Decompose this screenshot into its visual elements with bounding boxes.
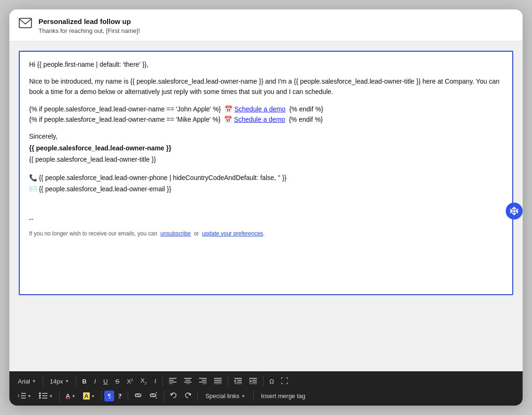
- move-handle[interactable]: [506, 203, 523, 219]
- schedule-demo-link-2[interactable]: Schedule a demo: [234, 116, 285, 123]
- sep11: [253, 391, 254, 402]
- condition1-before: {% if people.salesforce_lead.lead-owner-…: [29, 105, 221, 113]
- sep2: [76, 376, 76, 387]
- phone-icon: 📞: [29, 174, 37, 181]
- title-line: {{ people.salesforce_lead.lead-owner-tit…: [29, 154, 503, 164]
- sep7: [101, 391, 101, 402]
- link-icon: [134, 392, 142, 400]
- unordered-list-chevron: ▼: [49, 394, 53, 399]
- font-size-dropdown[interactable]: 14px ▼: [46, 376, 73, 387]
- redo-button[interactable]: [181, 390, 194, 402]
- indent-decrease-button[interactable]: [231, 376, 245, 387]
- indent-increase-icon: [249, 377, 257, 385]
- condition1-line: {% if people.salesforce_lead.lead-owner-…: [29, 104, 503, 114]
- special-links-label: Special links: [205, 392, 239, 399]
- subscript-button[interactable]: X2: [137, 375, 150, 387]
- fullscreen-button[interactable]: [278, 376, 291, 387]
- omega-button[interactable]: Ω: [266, 376, 278, 387]
- special-links-button[interactable]: Special links ▼: [200, 391, 250, 401]
- font-color-icon: A: [66, 392, 70, 399]
- svg-text:1.: 1.: [17, 393, 21, 398]
- svg-rect-0: [19, 18, 31, 28]
- name-line: {{ people.salesforce_lead.lead-owner-nam…: [29, 143, 503, 153]
- align-center-button[interactable]: [181, 376, 195, 387]
- toolbar-row-1: Arial ▼ 14px ▼ B I: [14, 375, 518, 387]
- sep4: [228, 376, 228, 387]
- ordered-list-icon: 1.: [17, 392, 26, 400]
- sep9: [164, 391, 164, 402]
- undo-button[interactable]: [167, 390, 180, 402]
- email-line: ✉️ {{ people.salesforce_lead.lead-owner-…: [29, 184, 503, 194]
- intro-text: Nice to be introduced, my name is {{ peo…: [29, 78, 500, 95]
- align-center-icon: [184, 377, 192, 385]
- font-size-chevron: ▼: [65, 379, 69, 384]
- strikethrough-button[interactable]: S: [112, 376, 123, 387]
- align-right-button[interactable]: [196, 376, 210, 387]
- rtl-button[interactable]: ¶: [115, 391, 125, 401]
- sep10: [197, 391, 198, 402]
- underline-label: U: [103, 378, 108, 385]
- link-button[interactable]: [131, 390, 145, 402]
- condition2-before: {% if people.salesforce_lead.lead-owner-…: [29, 116, 221, 123]
- font-color-chevron: ▼: [71, 394, 76, 399]
- font-color-button[interactable]: A ▼: [62, 391, 79, 401]
- sep6: [59, 391, 60, 402]
- special-links-chevron: ▼: [241, 394, 246, 399]
- highlight-icon: A: [83, 392, 89, 399]
- calendar-icon-2: 📅: [224, 116, 232, 123]
- bold-label: B: [82, 378, 86, 385]
- email-title: Personalized lead follow up: [39, 17, 140, 26]
- main-content: Hi {{ people.first-name | default: 'ther…: [9, 41, 523, 406]
- unsubscribe-link[interactable]: unsubscribe: [160, 230, 191, 237]
- email-sig-icon: ✉️: [29, 185, 37, 193]
- italic2-label: I: [154, 377, 156, 385]
- italic2-button[interactable]: I: [151, 376, 159, 387]
- email-icon: [19, 18, 32, 30]
- preferences-link[interactable]: update your preferences: [202, 230, 263, 237]
- underline-button[interactable]: U: [100, 376, 111, 387]
- editor-wrapper: Hi {{ people.first-name | default: 'ther…: [19, 51, 513, 372]
- editor-area[interactable]: Hi {{ people.first-name | default: 'ther…: [19, 51, 513, 295]
- superscript-button[interactable]: X2: [123, 376, 136, 387]
- highlight-button[interactable]: A ▼: [80, 391, 98, 401]
- ordered-list-button[interactable]: 1. ▼: [14, 390, 35, 402]
- svg-point-31: [39, 397, 41, 399]
- italic-button[interactable]: I: [91, 376, 99, 387]
- dash-text: --: [29, 215, 33, 223]
- font-family-dropdown[interactable]: Arial ▼: [14, 376, 40, 387]
- sep3: [162, 376, 163, 387]
- font-family-chevron: ▼: [32, 379, 36, 384]
- footer-or: or: [194, 230, 199, 237]
- highlight-chevron: ▼: [91, 394, 95, 399]
- align-left-button[interactable]: [166, 376, 180, 387]
- indent-increase-button[interactable]: [246, 376, 260, 387]
- closing-text: Sincerely,: [29, 133, 57, 140]
- unlink-button[interactable]: [146, 390, 161, 402]
- redo-icon: [185, 392, 191, 400]
- schedule-demo-link-1[interactable]: Schedule a demo: [234, 105, 285, 113]
- fullscreen-icon: [281, 377, 288, 385]
- svg-point-29: [39, 392, 41, 394]
- unordered-list-button[interactable]: ▼: [36, 390, 56, 402]
- footer-line: If you no longer wish to receive our ema…: [29, 229, 503, 238]
- italic-label: I: [94, 378, 96, 385]
- email-subtitle: Thanks for reaching out, [First name]!: [39, 27, 140, 34]
- bold-button[interactable]: B: [79, 376, 90, 387]
- subscript-label: X2: [140, 377, 146, 385]
- ordered-list-chevron: ▼: [27, 394, 31, 399]
- unlink-icon: [149, 392, 158, 400]
- font-family-label: Arial: [18, 378, 30, 385]
- align-justify-button[interactable]: [211, 376, 225, 387]
- sep8: [128, 391, 128, 402]
- ltr-button[interactable]: ¶: [104, 391, 114, 401]
- insert-merge-tag-button[interactable]: Insert merge tag: [256, 391, 310, 401]
- condition1-after: {% endif %}: [289, 105, 323, 113]
- strikethrough-label: S: [115, 378, 119, 385]
- align-left-icon: [169, 377, 177, 385]
- email-sig-text: {{ people.salesforce_lead.lead-owner-ema…: [39, 185, 171, 193]
- indent-decrease-icon: [234, 377, 242, 385]
- ltr-icon: ¶: [108, 392, 111, 399]
- footer-period: .: [263, 230, 264, 237]
- footer-dash: --: [29, 214, 503, 224]
- rtl-icon: ¶: [118, 392, 122, 399]
